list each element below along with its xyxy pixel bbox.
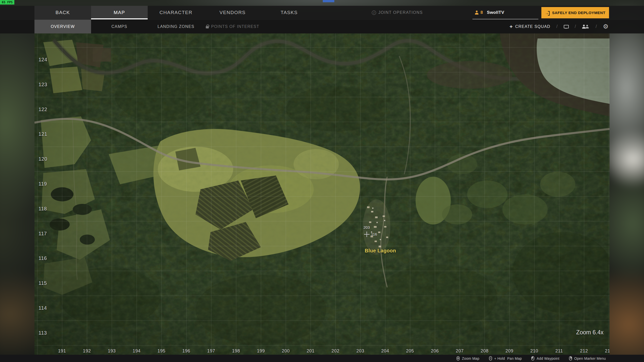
grid-col-label: 191: [58, 348, 66, 354]
grid-col-label: 192: [83, 348, 91, 354]
grid-row-label: 123: [38, 81, 47, 87]
gear-icon[interactable]: ⚙: [603, 23, 609, 30]
grid-row-label: 119: [38, 181, 47, 187]
hint-open-marker-menu: Open Marker Menu: [569, 356, 606, 360]
zoom-level-label: Zoom 6.4x: [576, 329, 603, 336]
squad-count: 8: [480, 10, 483, 15]
hint-label: Zoom Map: [462, 356, 479, 360]
tab-back[interactable]: BACK: [34, 6, 91, 19]
mouse-left-click-icon: [531, 356, 534, 360]
map-viewport[interactable]: 124123122121120119118117116115114113 191…: [34, 33, 610, 355]
plus-icon: +: [510, 24, 513, 29]
cursor-coord-x: 203: [364, 225, 370, 230]
grid-col-label: 204: [381, 348, 389, 354]
grid-row-label: 116: [38, 255, 47, 261]
subtab-camps[interactable]: CAMPS: [91, 20, 148, 33]
grid-col-label: 194: [133, 348, 141, 354]
mouse-scroll-icon: [457, 356, 460, 360]
separator: /: [575, 24, 576, 29]
squad-list-icon[interactable]: [582, 24, 590, 29]
grid-row-label: 117: [38, 231, 47, 236]
tab-map[interactable]: MAP: [91, 6, 148, 19]
grid-row-label: 121: [38, 131, 47, 137]
tab-tasks[interactable]: TASKS: [261, 6, 317, 19]
grid-col-label: 198: [232, 348, 240, 354]
fps-counter: 65 FPS: [0, 0, 14, 5]
hint-prefix: + Hold: [494, 356, 505, 360]
subtab-points-of-interest[interactable]: POINTS OF INTEREST: [204, 20, 261, 33]
mouse-right-click-icon: [569, 356, 572, 360]
player-name: SwollTV: [487, 10, 504, 15]
squad-member-icon: [475, 11, 478, 15]
separator: /: [596, 24, 597, 29]
crosshair-icon: [364, 234, 370, 235]
grid-row-label: 122: [38, 106, 47, 112]
grid-col-label: 213: [605, 348, 610, 354]
grid-col-label: 208: [480, 348, 489, 354]
subtab-bar-actions: + CREATE SQUAD / / / ⚙: [510, 20, 609, 33]
hint-label: Open Marker Menu: [574, 356, 606, 360]
subtab-landing-zones[interactable]: LANDING ZONES: [148, 20, 204, 33]
grid-row-label: 115: [38, 280, 47, 286]
grid-row-label: 124: [38, 57, 47, 63]
person-icon: [582, 25, 586, 29]
grid-col-label: 193: [108, 348, 116, 354]
end-deployment-label: SAFELY END DEPLOYMENT: [552, 11, 605, 15]
separator: /: [556, 24, 558, 29]
grid-col-label: 202: [332, 348, 340, 354]
grid-col-label: 210: [530, 348, 538, 354]
hint-label: Add Waypoint: [537, 356, 559, 360]
tab-vendors[interactable]: VENDORS: [204, 6, 261, 19]
mouse-button-icon: [489, 356, 492, 360]
create-squad-button[interactable]: + CREATE SQUAD: [510, 24, 550, 29]
grid-row-label: 113: [38, 330, 47, 336]
grid-col-label: 200: [282, 348, 290, 354]
grid-col-label: 209: [505, 348, 513, 354]
grid-row-label: 114: [38, 305, 47, 311]
exit-icon: [545, 11, 550, 15]
info-icon: [372, 11, 376, 15]
lock-icon: [206, 26, 209, 28]
game-screen: 65 FPS BACK MAP CHARACTER VENDORS TASKS …: [0, 0, 644, 362]
map-subtab-bar: OVERVIEW CAMPS LANDING ZONES POINTS OF I…: [0, 19, 644, 33]
hint-label: Pan Map: [507, 356, 522, 360]
grid-col-label: 203: [356, 348, 364, 354]
tab-character[interactable]: CHARACTER: [148, 6, 204, 19]
grid-col-label: 206: [431, 348, 439, 354]
cursor-coord-y: 116: [371, 232, 377, 236]
hint-zoom-map: Zoom Map: [457, 356, 479, 360]
poi-label-blue-lagoon: Blue Lagoon: [365, 248, 396, 254]
grid-col-label: 199: [257, 348, 265, 354]
grid-row-label: 118: [38, 206, 47, 211]
subtab-overview[interactable]: OVERVIEW: [34, 20, 91, 33]
grid-row-label: 120: [38, 156, 47, 162]
joint-operations-indicator: JOINT OPERATIONS: [372, 6, 423, 19]
hint-add-waypoint: Add Waypoint: [531, 356, 559, 360]
safely-end-deployment-button[interactable]: SAFELY END DEPLOYMENT: [541, 7, 609, 18]
map-terrain-art: [34, 33, 610, 355]
grid-col-label: 196: [182, 348, 190, 354]
grid-col-label: 201: [307, 348, 315, 354]
points-of-interest-label: POINTS OF INTEREST: [211, 24, 259, 29]
squad-info: 8 SwollTV: [475, 6, 504, 19]
grid-col-label: 195: [157, 348, 166, 354]
person-icon: [585, 25, 589, 29]
grid-col-label: 207: [456, 348, 464, 354]
keybind-hint-bar: Zoom Map + Hold Pan Map Add Waypoint Ope…: [0, 355, 644, 362]
background-artifact: [323, 0, 334, 2]
grid-col-label: 197: [207, 348, 215, 354]
grid-col-label: 205: [406, 348, 414, 354]
hint-pan-map: + Hold Pan Map: [489, 356, 522, 360]
chat-icon[interactable]: [564, 25, 569, 28]
grid-col-label: 211: [555, 348, 563, 354]
main-tab-bar: BACK MAP CHARACTER VENDORS TASKS JOINT O…: [0, 6, 644, 19]
joint-operations-label: JOINT OPERATIONS: [378, 10, 423, 15]
create-squad-label: CREATE SQUAD: [515, 24, 550, 29]
grid-col-label: 212: [580, 348, 588, 354]
